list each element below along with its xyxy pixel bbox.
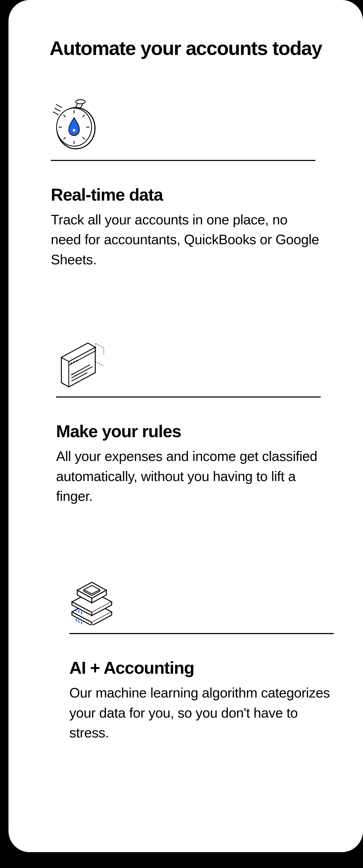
svg-line-1 [55, 108, 60, 111]
svg-rect-27 [76, 609, 77, 612]
svg-line-0 [56, 104, 62, 107]
divider [51, 160, 315, 161]
code-window-icon: >_ [56, 344, 337, 397]
page-title: Automate your accounts today [35, 37, 337, 59]
divider [56, 397, 321, 398]
svg-line-2 [53, 112, 59, 115]
svg-rect-24 [76, 619, 77, 622]
feature-title: AI + Accounting [69, 658, 337, 678]
svg-rect-28 [78, 610, 79, 613]
svg-rect-25 [78, 620, 79, 623]
server-stack-icon [69, 580, 337, 633]
svg-point-3 [76, 100, 85, 104]
feature-rules: >_ Make your rules All your expenses and… [35, 344, 337, 506]
svg-point-18 [74, 361, 75, 363]
svg-point-17 [71, 363, 72, 364]
divider [69, 633, 334, 634]
stopwatch-icon [51, 107, 337, 160]
feature-ai: AI + Accounting Our machine learning alg… [35, 580, 337, 743]
feature-desc: Our machine learning algorithm categoriz… [69, 683, 337, 743]
feature-desc: All your expenses and income get classif… [56, 446, 326, 506]
feature-realtime: Real-time data Track all your accounts i… [35, 107, 337, 270]
feature-title: Real-time data [51, 185, 337, 205]
feature-card: Automate your accounts today [8, 0, 363, 852]
svg-point-19 [76, 360, 78, 361]
svg-point-16 [73, 129, 76, 132]
feature-desc: Track all your accounts in one place, no… [51, 210, 321, 270]
feature-title: Make your rules [56, 421, 337, 441]
svg-rect-26 [81, 621, 82, 625]
svg-rect-29 [81, 611, 82, 615]
